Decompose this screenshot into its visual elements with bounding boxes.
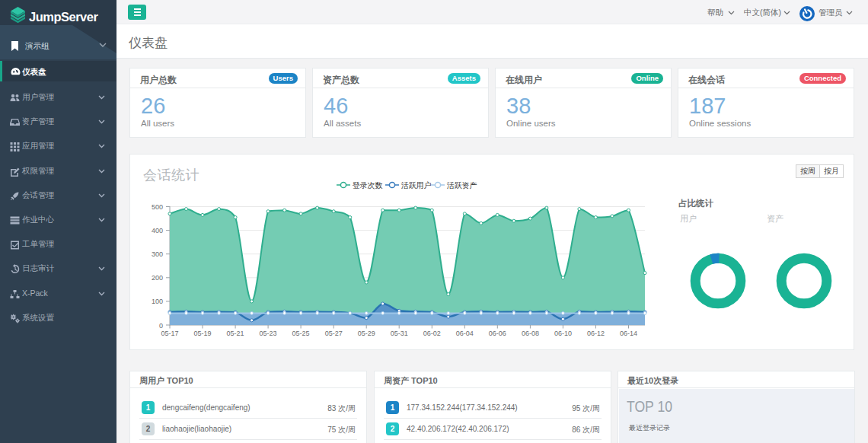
svg-text:06-04: 06-04	[456, 330, 474, 337]
svg-text:05-19: 05-19	[193, 330, 211, 337]
svg-text:06-10: 06-10	[554, 330, 572, 337]
svg-text:05-21: 05-21	[227, 330, 244, 337]
svg-text:05-17: 05-17	[161, 330, 178, 337]
svg-text:300: 300	[152, 250, 163, 258]
svg-text:05-23: 05-23	[260, 330, 277, 337]
svg-text:05-29: 05-29	[358, 330, 375, 337]
svg-text:500: 500	[152, 203, 163, 211]
svg-text:05-31: 05-31	[391, 330, 408, 337]
svg-text:06-14: 06-14	[620, 330, 637, 337]
svg-text:05-25: 05-25	[292, 330, 310, 337]
svg-text:06-02: 06-02	[423, 330, 441, 337]
svg-text:400: 400	[152, 227, 163, 234]
svg-text:200: 200	[152, 274, 163, 282]
svg-text:06-12: 06-12	[587, 330, 605, 337]
svg-text:0: 0	[159, 322, 163, 330]
svg-text:06-08: 06-08	[522, 330, 539, 337]
svg-text:05-27: 05-27	[325, 330, 343, 337]
svg-text:100: 100	[152, 298, 163, 305]
svg-text:06-06: 06-06	[489, 330, 506, 337]
